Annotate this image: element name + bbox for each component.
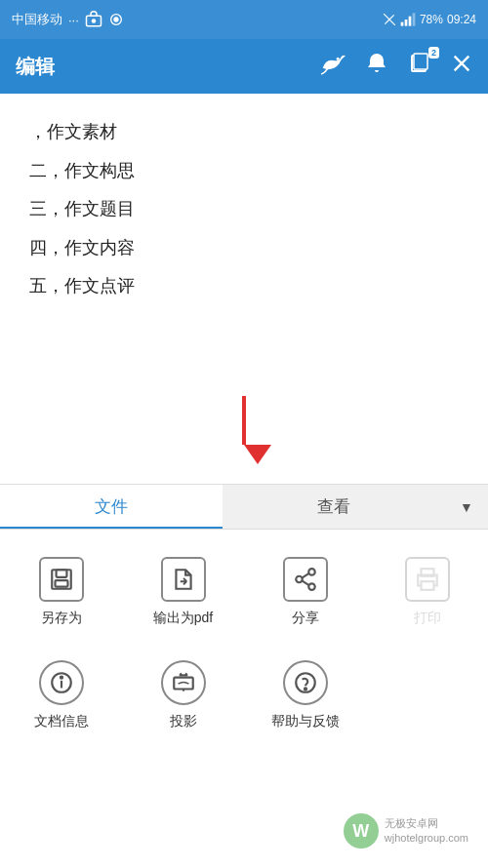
bell-icon[interactable] <box>365 52 388 81</box>
doc-line-3: 三，作文题目 <box>29 190 459 229</box>
watermark-text: 无极安卓网 wjhotelgroup.com <box>385 816 468 847</box>
svg-rect-23 <box>421 581 433 590</box>
doc-info-icon <box>39 660 84 705</box>
status-bar-left: 中国移动 ··· <box>12 11 124 28</box>
svg-point-1 <box>92 19 97 23</box>
record-icon <box>108 12 124 27</box>
export-pdf-icon <box>161 557 206 602</box>
help-label: 帮助与反馈 <box>271 713 340 730</box>
toolbar-section: 文件 查看 ▼ 另存为 <box>0 484 488 752</box>
toolbar-tabs: 文件 查看 ▼ <box>0 485 488 530</box>
doc-content: ，作文素材 二，作文构思 三，作文题目 四，作文内容 五，作文点评 <box>0 94 488 406</box>
print-button[interactable]: 打印 <box>366 545 488 639</box>
signal-dots: ··· <box>68 13 79 27</box>
svg-rect-11 <box>414 54 427 69</box>
svg-rect-5 <box>401 22 404 26</box>
doc-line-5: 五，作文点评 <box>29 267 459 306</box>
status-bar: 中国移动 ··· 78% 09:24 <box>0 0 488 39</box>
carrier-text: 中国移动 <box>12 11 62 28</box>
svg-point-3 <box>113 17 118 21</box>
save-as-button[interactable]: 另存为 <box>0 545 122 639</box>
doc-line-4: 四，作文内容 <box>29 229 459 268</box>
projection-label: 投影 <box>170 713 197 730</box>
status-bar-right: 78% 09:24 <box>383 13 476 26</box>
nav-icons: 2 <box>318 50 472 83</box>
svg-line-22 <box>302 580 308 585</box>
watermark: W 无极安卓网 wjhotelgroup.com <box>344 813 468 848</box>
svg-point-9 <box>337 58 340 60</box>
print-label: 打印 <box>414 610 441 627</box>
doc-info-label: 文档信息 <box>34 713 89 730</box>
tab-file[interactable]: 文件 <box>0 485 223 529</box>
save-as-label: 另存为 <box>41 610 82 627</box>
nav-title: 编辑 <box>16 54 55 80</box>
export-pdf-label: 输出为pdf <box>153 610 213 627</box>
signal-icon <box>400 13 416 26</box>
time-text: 09:24 <box>447 13 476 26</box>
share-label: 分享 <box>292 610 319 627</box>
svg-rect-8 <box>413 13 416 25</box>
bird-icon[interactable] <box>318 50 346 83</box>
svg-rect-6 <box>405 20 408 26</box>
svg-point-30 <box>304 688 305 690</box>
pages-badge: 2 <box>428 47 439 59</box>
svg-point-27 <box>60 677 61 679</box>
projection-button[interactable]: 投影 <box>122 649 244 742</box>
close-icon[interactable] <box>451 53 472 80</box>
empty-slot <box>366 649 488 742</box>
camera-icon <box>85 11 102 28</box>
save-as-icon <box>39 557 84 602</box>
export-pdf-button[interactable]: 输出为pdf <box>122 545 244 639</box>
tab-view[interactable]: 查看 <box>223 485 445 529</box>
nav-bar: 编辑 2 <box>0 39 488 94</box>
arrow-indicator <box>0 406 488 484</box>
toolbar-grid-row2: 文档信息 投影 <box>0 649 488 752</box>
toolbar-grid: 另存为 输出为pdf <box>0 530 488 649</box>
watermark-logo: W <box>344 813 379 848</box>
help-icon <box>283 660 328 705</box>
help-button[interactable]: 帮助与反馈 <box>244 649 366 742</box>
print-icon <box>405 557 450 602</box>
svg-rect-15 <box>56 570 66 577</box>
battery-text: 78% <box>420 13 443 26</box>
doc-line-2: 二，作文构思 <box>29 152 459 191</box>
share-button[interactable]: 分享 <box>244 545 366 639</box>
svg-rect-28 <box>174 678 193 690</box>
projection-icon <box>161 660 206 705</box>
svg-rect-16 <box>55 580 67 587</box>
svg-line-21 <box>302 573 308 578</box>
toolbar-dropdown[interactable]: ▼ <box>445 485 488 529</box>
pages-icon[interactable]: 2 <box>408 52 431 81</box>
no-signal-icon <box>383 13 396 26</box>
doc-line-1: ，作文素材 <box>29 113 459 152</box>
svg-rect-7 <box>409 17 412 26</box>
share-icon <box>283 557 328 602</box>
doc-info-button[interactable]: 文档信息 <box>0 649 122 742</box>
